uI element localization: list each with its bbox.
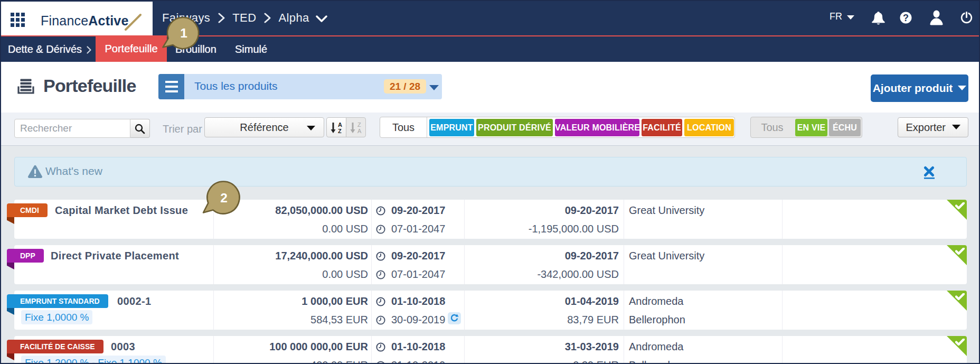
svg-text:A: A [338, 122, 342, 128]
svg-text:2: 2 [220, 191, 228, 205]
svg-text:1: 1 [180, 26, 187, 40]
svg-text:Z: Z [338, 128, 342, 134]
svg-text:Z: Z [357, 122, 361, 128]
svg-text:?: ? [903, 13, 909, 23]
svg-text:A: A [357, 128, 362, 134]
